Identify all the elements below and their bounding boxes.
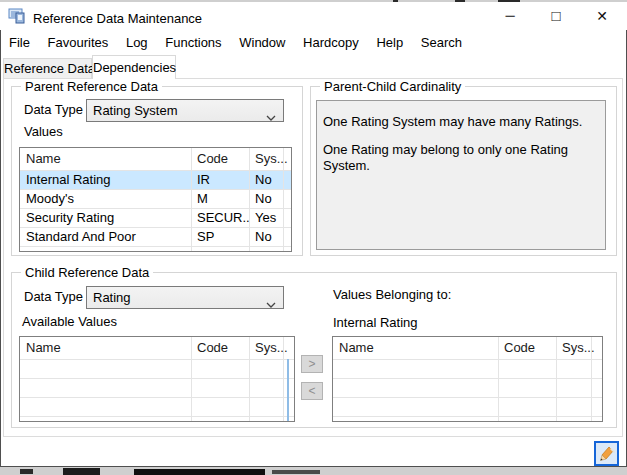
minimize-button[interactable]: ─: [495, 3, 525, 29]
column-header-code[interactable]: Code: [191, 337, 249, 359]
app-icon: [8, 8, 26, 24]
cardinality-panel: One Rating System may have many Ratings.…: [316, 100, 606, 250]
belonging-value-label: Internal Rating: [333, 315, 418, 330]
table-cell[interactable]: IR: [191, 170, 249, 189]
menu-item-log[interactable]: Log: [119, 31, 155, 55]
parent-group-title: Parent Reference Data: [21, 79, 162, 94]
column-header-code[interactable]: Code: [498, 337, 556, 359]
window-title: Reference Data Maintenance: [33, 11, 202, 26]
minimize-icon: ─: [505, 8, 514, 23]
column-header-code[interactable]: Code: [191, 148, 249, 170]
column-header-name[interactable]: Name: [333, 337, 498, 359]
desktop-strip: [0, 468, 627, 475]
menu-item-functions[interactable]: Functions: [158, 31, 228, 55]
focus-accent: [287, 359, 289, 421]
parent-data-type-label: Data Type: [24, 102, 83, 117]
table-cell[interactable]: Standard And Poor: [20, 227, 191, 246]
belonging-values-table[interactable]: Name Code Sys...: [332, 336, 603, 422]
parent-values-table[interactable]: Name Code Sys... Internal Rating IR No M…: [19, 147, 292, 252]
cardinality-line-2: One Rating may belong to only one Rating…: [323, 142, 599, 174]
menu-item-favourites[interactable]: Favourites: [41, 31, 116, 55]
row-divider: [20, 397, 294, 398]
table-cell[interactable]: Internal Rating: [20, 170, 191, 189]
column-header-sys[interactable]: Sys...: [249, 337, 289, 359]
table-cell[interactable]: Yes: [249, 208, 289, 227]
table-cell[interactable]: Moody's: [20, 189, 191, 208]
menu-item-window[interactable]: Window: [232, 31, 292, 55]
column-header-name[interactable]: Name: [20, 337, 191, 359]
edit-mode-button[interactable]: [594, 441, 619, 466]
values-belonging-label: Values Belonging to:: [333, 287, 451, 302]
desktop-artifact: [20, 469, 33, 474]
row-divider: [333, 359, 602, 360]
available-values-table[interactable]: Name Code Sys...: [19, 336, 295, 422]
available-values-label: Available Values: [22, 314, 117, 329]
desktop-artifact: [272, 470, 320, 474]
desktop-artifact: [134, 469, 265, 475]
menu-item-search[interactable]: Search: [414, 31, 469, 55]
row-divider: [20, 378, 294, 379]
chevron-down-icon: [266, 109, 276, 124]
screen: Reference Data Maintenance ─ □ ✕ File Fa…: [0, 0, 627, 475]
tab-dependencies[interactable]: Dependencies: [92, 55, 176, 79]
row-divider: [20, 246, 291, 247]
row-divider: [20, 416, 294, 417]
row-divider: [333, 378, 602, 379]
table-cell[interactable]: SECUR...: [191, 208, 249, 227]
chevron-down-icon: [266, 296, 276, 311]
close-button[interactable]: ✕: [587, 3, 617, 29]
table-cell[interactable]: M: [191, 189, 249, 208]
column-header-sys[interactable]: Sys...: [556, 337, 595, 359]
close-icon: ✕: [596, 8, 608, 24]
desktop-artifact: [63, 468, 100, 475]
child-data-type-combobox[interactable]: Rating: [86, 286, 284, 309]
table-cell[interactable]: SP: [191, 227, 249, 246]
menu-item-file[interactable]: File: [2, 31, 37, 55]
column-header-sys[interactable]: Sys...: [249, 148, 289, 170]
menu-bar: File Favourites Log Functions Window Har…: [2, 31, 622, 55]
row-divider: [333, 397, 602, 398]
parent-data-type-value: Rating System: [93, 103, 178, 118]
move-right-button[interactable]: >: [301, 355, 323, 373]
edit-pencil-icon: [596, 452, 617, 467]
table-cell[interactable]: Security Rating: [20, 208, 191, 227]
table-cell[interactable]: No: [249, 189, 289, 208]
menu-item-help[interactable]: Help: [369, 31, 410, 55]
table-cell[interactable]: No: [249, 170, 289, 189]
maximize-button[interactable]: □: [541, 3, 571, 29]
column-header-name[interactable]: Name: [20, 148, 191, 170]
child-data-type-value: Rating: [93, 290, 131, 305]
cardinality-line-1: One Rating System may have many Ratings.: [323, 114, 599, 130]
move-left-button[interactable]: <: [301, 382, 323, 400]
row-divider: [20, 359, 294, 360]
child-group-title: Child Reference Data: [21, 265, 153, 280]
menu-item-hardcopy[interactable]: Hardcopy: [296, 31, 366, 55]
title-bar: Reference Data Maintenance: [0, 2, 627, 30]
cardinality-group-title: Parent-Child Cardinality: [320, 79, 465, 94]
tab-reference-data[interactable]: Reference Data: [3, 58, 92, 78]
child-data-type-label: Data Type: [24, 289, 83, 304]
table-cell[interactable]: No: [249, 227, 289, 246]
values-label: Values: [24, 124, 63, 139]
row-divider: [333, 416, 602, 417]
parent-data-type-combobox[interactable]: Rating System: [86, 99, 284, 122]
maximize-icon: □: [551, 7, 560, 24]
